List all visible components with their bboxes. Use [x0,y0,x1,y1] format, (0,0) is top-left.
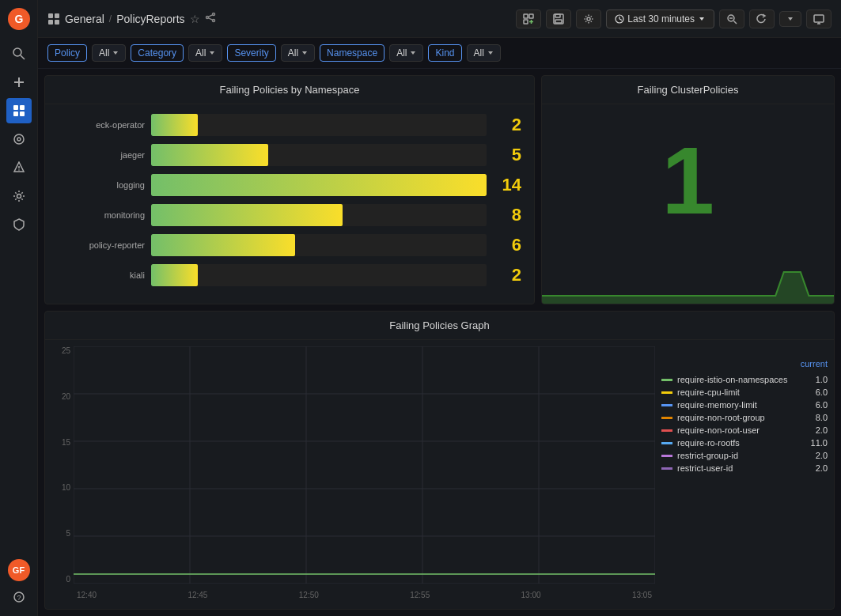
bar-fill [151,234,295,256]
sidebar-item-shield[interactable] [6,212,32,237]
chart-plot [74,346,655,584]
bar-value: 6 [493,235,521,255]
bar-fill [151,114,198,136]
breadcrumb-page[interactable]: PolicyReports [116,13,184,25]
time-range-label: Last 30 minutes [627,13,695,25]
svg-rect-19 [48,20,53,25]
legend-item-name: require-cpu-limit [677,387,799,397]
svg-point-21 [212,13,214,16]
legend-color-swatch [661,429,672,432]
svg-rect-9 [20,111,25,116]
legend-items: require-istio-on-namespaces1.0require-cp… [661,373,828,474]
filter-policy-select[interactable]: All [92,44,126,62]
namespace-panel: Failing Policies by Namespace eck-operat… [44,75,535,304]
settings-button[interactable] [576,9,601,28]
breadcrumb-section[interactable]: General [65,13,104,25]
filter-namespace-select[interactable]: All [389,44,423,62]
svg-line-24 [208,15,212,17]
bar-label: policy-reporter [58,240,145,250]
svg-rect-7 [20,105,25,110]
filter-category-select[interactable]: All [188,44,222,62]
cluster-value: 1 [661,112,714,248]
display-button[interactable] [806,9,832,28]
filter-severity-select[interactable]: All [281,44,315,62]
bar-row: jaeger5 [58,144,521,166]
legend-item-value: 6.0 [804,400,828,410]
bar-row: policy-reporter6 [58,234,521,256]
bar-track [151,114,487,136]
svg-rect-28 [524,20,528,24]
svg-line-3 [21,55,25,59]
time-range-picker[interactable]: Last 30 minutes [606,9,714,28]
sidebar-item-new[interactable] [6,70,32,95]
legend-item-name: require-non-root-user [677,425,799,435]
dashboard-row-1: Failing Policies by Namespace eck-operat… [44,75,835,304]
legend-color-swatch [661,467,672,470]
legend-item-name: require-ro-rootfs [677,438,799,448]
bar-label: eck-operator [58,120,145,130]
sidebar-item-dashboards[interactable] [6,98,32,123]
topbar-actions: Last 30 minutes [516,9,832,28]
star-icon[interactable]: ☆ [190,13,200,25]
graph-chart-area: 25 20 15 10 5 0 [51,346,655,603]
sidebar-item-help[interactable]: ? [6,584,32,610]
filter-kind-label: Kind [428,44,461,62]
sidebar-item-alerting[interactable] [6,155,32,180]
cluster-panel-content: 1 [542,104,834,304]
bar-value: 14 [493,175,521,195]
cluster-sparkline [542,248,834,304]
bar-value: 8 [493,205,521,225]
legend-item-value: 2.0 [804,463,828,473]
graph-panel-content: 25 20 15 10 5 0 [45,340,834,609]
share-icon[interactable] [205,12,216,25]
bar-label: monitoring [58,210,145,220]
svg-text:?: ? [17,594,21,602]
svg-point-10 [14,134,24,144]
svg-rect-17 [48,13,53,18]
cluster-panel: Failing ClusterPolicies 1 [541,75,835,304]
legend-color-swatch [661,404,672,406]
breadcrumb: General / PolicyReports ☆ [47,12,510,25]
svg-rect-20 [55,20,59,25]
bar-track [151,174,487,196]
legend-item: require-non-root-user2.0 [661,424,828,436]
svg-line-37 [619,19,622,21]
sidebar-item-config[interactable] [6,183,32,209]
zoom-out-button[interactable] [719,9,744,28]
svg-rect-33 [555,20,562,23]
chevron-down-icon [112,50,119,56]
sidebar-item-explore[interactable] [6,127,32,152]
graph-content: 25 20 15 10 5 0 [45,340,834,609]
save-button[interactable] [546,9,571,28]
legend-item: require-cpu-limit6.0 [661,386,828,399]
namespace-chart: eck-operator2jaeger5logging14monitoring8… [45,104,534,304]
add-panel-button[interactable] [516,9,541,28]
bar-track [151,234,487,256]
sidebar-item-search[interactable] [6,41,32,66]
filter-kind-select[interactable]: All [467,44,501,62]
legend-color-swatch [661,391,672,394]
bar-fill [151,264,198,286]
topbar: General / PolicyReports ☆ [38,0,841,38]
svg-point-23 [212,20,214,22]
chevron-down-icon [410,50,416,56]
legend-item: require-memory-limit6.0 [661,399,828,411]
grafana-logo[interactable]: G [6,6,32,32]
avatar[interactable]: GF [8,559,30,581]
refresh-button[interactable] [749,9,775,28]
chart-svg [74,346,655,584]
filter-severity-label: Severity [227,44,275,62]
svg-point-14 [17,195,21,198]
chevron-down-icon [209,50,215,56]
legend-item-name: require-memory-limit [677,400,799,410]
legend-item-value: 11.0 [804,438,828,448]
filter-policy-label: Policy [47,44,87,62]
chevron-down-icon [301,50,308,56]
svg-rect-41 [814,15,824,22]
graph-panel-title: Failing Policies Graph [45,312,834,340]
legend-item: restrict-group-id2.0 [661,449,828,462]
bar-label: jaeger [58,150,145,160]
legend-header: current [661,359,828,368]
refresh-options-button[interactable] [779,11,801,27]
svg-point-34 [587,17,590,21]
